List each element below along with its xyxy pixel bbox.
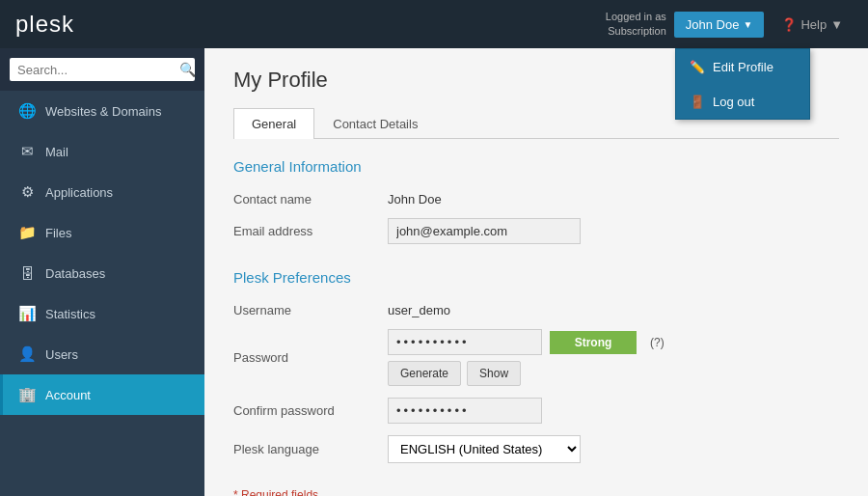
username-label: Username: [233, 297, 388, 323]
sidebar-item-label: Websites & Domains: [45, 104, 161, 119]
app-logo: plesk: [15, 11, 74, 38]
password-row: Password Strong (?) Generate Show: [233, 323, 839, 392]
sidebar-item-label: Account: [45, 388, 91, 402]
email-field[interactable]: [388, 218, 581, 244]
search-input[interactable]: [17, 63, 179, 77]
logged-in-info: Logged in as Subscription: [606, 10, 666, 40]
statistics-icon: 📊: [18, 305, 36, 322]
user-dropdown: ✏️ Edit Profile 🚪 Log out: [675, 48, 810, 120]
password-label: Password: [233, 323, 388, 392]
sidebar-item-mail[interactable]: ✉ Mail: [0, 131, 204, 172]
language-select[interactable]: ENGLISH (United States) Deutsch Español …: [388, 435, 581, 463]
caret-down-icon: ▼: [743, 19, 752, 30]
edit-profile-item[interactable]: ✏️ Edit Profile: [676, 49, 809, 84]
strength-help-icon[interactable]: (?): [650, 336, 665, 349]
files-icon: 📁: [18, 224, 36, 241]
databases-icon: 🗄: [18, 264, 36, 282]
sidebar-search-area: 🔍: [0, 48, 204, 91]
confirm-password-row: Confirm password: [233, 392, 839, 429]
language-label: Plesk language: [233, 429, 388, 469]
subscription-label: Subscription: [608, 25, 666, 37]
account-icon: 🏢: [18, 386, 36, 403]
sidebar-item-statistics[interactable]: 📊 Statistics: [0, 293, 204, 334]
password-strength-indicator: Strong: [550, 331, 637, 354]
topbar-right: Logged in as Subscription John Doe ▼ ❓ H…: [606, 10, 853, 40]
contact-name-label: Contact name: [233, 186, 388, 212]
users-icon: 👤: [18, 345, 36, 363]
sidebar-item-label: Files: [45, 226, 71, 240]
help-button[interactable]: ❓ Help ▼: [772, 12, 853, 38]
sidebar-item-files[interactable]: 📁 Files: [0, 212, 204, 253]
sidebar-nav: 🌐 Websites & Domains ✉ Mail ⚙ Applicatio…: [0, 91, 204, 496]
password-field[interactable]: [388, 329, 542, 355]
sidebar-item-label: Statistics: [45, 307, 95, 321]
email-row: Email address: [233, 212, 839, 250]
sidebar-item-websites-domains[interactable]: 🌐 Websites & Domains: [0, 91, 204, 131]
confirm-password-field[interactable]: [388, 398, 542, 424]
general-info-table: Contact name John Doe Email address: [233, 186, 839, 250]
sidebar-item-label: Databases: [45, 266, 105, 281]
password-action-buttons: Generate Show: [388, 361, 839, 386]
sidebar-item-account[interactable]: 🏢 Account: [0, 374, 204, 415]
sidebar-item-applications[interactable]: ⚙ Applications: [0, 172, 204, 212]
logged-in-label: Logged in as: [606, 11, 666, 22]
contact-name-value: John Doe: [388, 192, 442, 207]
username-row: Username user_demo: [233, 297, 839, 323]
topbar: plesk Logged in as Subscription John Doe…: [0, 0, 868, 48]
tab-contact-details[interactable]: Contact Details: [314, 108, 436, 139]
edit-profile-icon: ✏️: [690, 59, 705, 74]
password-field-group: Strong (?): [388, 329, 839, 355]
language-row: Plesk language ENGLISH (United States) D…: [233, 429, 839, 469]
help-caret-icon: ▼: [830, 17, 843, 32]
user-menu-button[interactable]: John Doe ▼: [674, 12, 765, 38]
search-wrap: 🔍: [10, 58, 195, 81]
sidebar-item-users[interactable]: 👤 Users: [0, 334, 204, 374]
globe-icon: 🌐: [18, 102, 36, 120]
tab-general[interactable]: General: [233, 108, 314, 139]
question-icon: ❓: [781, 17, 797, 32]
user-name-label: John Doe: [686, 17, 740, 32]
logout-icon: 🚪: [690, 94, 705, 109]
sidebar: 🔍 🌐 Websites & Domains ✉ Mail ⚙ Applicat…: [0, 48, 204, 496]
required-note: * Required fields: [233, 488, 839, 496]
generate-password-button[interactable]: Generate: [388, 361, 461, 386]
plesk-prefs-table: Username user_demo Password Strong (?) G…: [233, 297, 839, 469]
sidebar-item-databases[interactable]: 🗄 Databases: [0, 253, 204, 293]
logout-item[interactable]: 🚪 Log out: [676, 84, 809, 119]
contact-name-row: Contact name John Doe: [233, 186, 839, 212]
search-icon: 🔍: [179, 62, 196, 77]
sidebar-item-label: Users: [45, 347, 78, 362]
applications-icon: ⚙: [18, 183, 36, 201]
email-label: Email address: [233, 212, 388, 250]
sidebar-item-label: Applications: [45, 185, 113, 200]
general-info-title: General Information: [233, 158, 839, 175]
sidebar-item-label: Mail: [45, 145, 68, 159]
mail-icon: ✉: [18, 143, 36, 160]
username-value: user_demo: [388, 303, 450, 317]
plesk-prefs-title: Plesk Preferences: [233, 269, 839, 286]
show-password-button[interactable]: Show: [467, 361, 521, 386]
confirm-password-label: Confirm password: [233, 392, 388, 429]
